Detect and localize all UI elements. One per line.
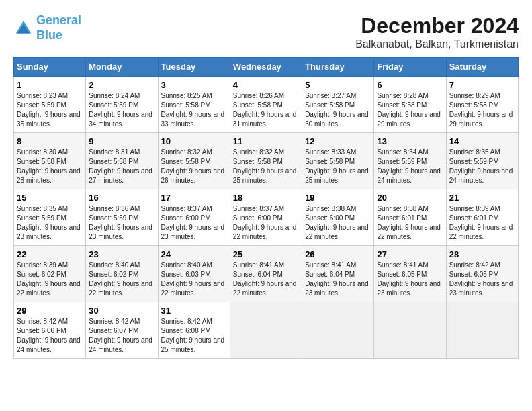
calendar-cell: 20 Sunrise: 8:38 AMSunset: 6:01 PMDaylig…: [374, 189, 446, 246]
calendar-cell: [302, 302, 374, 359]
calendar-header-row: SundayMondayTuesdayWednesdayThursdayFrid…: [14, 58, 519, 77]
subtitle: Balkanabat, Balkan, Turkmenistan: [355, 38, 519, 50]
day-info: Sunrise: 8:38 AMSunset: 6:01 PMDaylight:…: [377, 205, 441, 240]
day-info: Sunrise: 8:40 AMSunset: 6:03 PMDaylight:…: [161, 261, 225, 297]
header-day-monday: Monday: [86, 58, 158, 77]
day-number: 7: [449, 80, 515, 90]
day-info: Sunrise: 8:41 AMSunset: 6:04 PMDaylight:…: [233, 261, 297, 297]
day-info: Sunrise: 8:25 AMSunset: 5:58 PMDaylight:…: [161, 92, 225, 128]
calendar-cell: 25 Sunrise: 8:41 AMSunset: 6:04 PMDaylig…: [230, 246, 302, 302]
header-day-sunday: Sunday: [14, 58, 86, 77]
day-info: Sunrise: 8:39 AMSunset: 6:02 PMDaylight:…: [17, 261, 81, 297]
day-info: Sunrise: 8:29 AMSunset: 5:58 PMDaylight:…: [449, 92, 513, 128]
day-info: Sunrise: 8:42 AMSunset: 6:08 PMDaylight:…: [161, 318, 225, 353]
day-number: 30: [89, 306, 154, 316]
header-day-saturday: Saturday: [446, 58, 518, 77]
day-number: 13: [377, 136, 443, 146]
day-number: 5: [305, 80, 371, 90]
day-number: 29: [17, 306, 83, 316]
calendar-cell: 18 Sunrise: 8:37 AMSunset: 6:00 PMDaylig…: [230, 189, 302, 246]
calendar-cell: 5 Sunrise: 8:27 AMSunset: 5:58 PMDayligh…: [302, 77, 374, 133]
calendar-cell: 6 Sunrise: 8:28 AMSunset: 5:58 PMDayligh…: [374, 77, 446, 133]
day-number: 28: [449, 249, 515, 259]
day-number: 18: [233, 193, 299, 203]
header-day-thursday: Thursday: [302, 58, 374, 77]
calendar-cell: [446, 302, 518, 359]
day-number: 8: [17, 136, 83, 146]
calendar-cell: 11 Sunrise: 8:32 AMSunset: 5:58 PMDaylig…: [230, 133, 302, 189]
header-day-tuesday: Tuesday: [158, 58, 230, 77]
day-info: Sunrise: 8:35 AMSunset: 5:59 PMDaylight:…: [17, 205, 81, 240]
day-number: 21: [449, 193, 515, 203]
calendar-cell: 13 Sunrise: 8:34 AMSunset: 5:59 PMDaylig…: [374, 133, 446, 189]
day-number: 23: [89, 249, 154, 259]
calendar-cell: 29 Sunrise: 8:42 AMSunset: 6:06 PMDaylig…: [14, 302, 86, 359]
calendar-cell: 12 Sunrise: 8:33 AMSunset: 5:58 PMDaylig…: [302, 133, 374, 189]
calendar-cell: 23 Sunrise: 8:40 AMSunset: 6:02 PMDaylig…: [86, 246, 158, 302]
logo-text: General Blue: [36, 13, 81, 42]
calendar-cell: 28 Sunrise: 8:42 AMSunset: 6:05 PMDaylig…: [446, 246, 518, 302]
day-number: 27: [377, 249, 443, 259]
calendar-cell: 17 Sunrise: 8:37 AMSunset: 6:00 PMDaylig…: [158, 189, 230, 246]
day-number: 17: [161, 193, 227, 203]
day-info: Sunrise: 8:39 AMSunset: 6:01 PMDaylight:…: [449, 205, 513, 240]
calendar-week-5: 29 Sunrise: 8:42 AMSunset: 6:06 PMDaylig…: [14, 302, 519, 359]
calendar-cell: 22 Sunrise: 8:39 AMSunset: 6:02 PMDaylig…: [14, 246, 86, 302]
calendar-cell: 7 Sunrise: 8:29 AMSunset: 5:58 PMDayligh…: [446, 77, 518, 133]
calendar-cell: [374, 302, 446, 359]
calendar-table: SundayMondayTuesdayWednesdayThursdayFrid…: [13, 57, 519, 359]
day-number: 25: [233, 249, 299, 259]
day-number: 10: [161, 136, 227, 146]
calendar-cell: [230, 302, 302, 359]
day-info: Sunrise: 8:32 AMSunset: 5:58 PMDaylight:…: [233, 148, 297, 184]
logo: General Blue: [13, 13, 81, 42]
calendar-cell: 10 Sunrise: 8:32 AMSunset: 5:58 PMDaylig…: [158, 133, 230, 189]
day-number: 24: [161, 249, 227, 259]
day-info: Sunrise: 8:23 AMSunset: 5:59 PMDaylight:…: [17, 92, 81, 128]
day-info: Sunrise: 8:41 AMSunset: 6:05 PMDaylight:…: [377, 261, 441, 297]
day-info: Sunrise: 8:33 AMSunset: 5:58 PMDaylight:…: [305, 148, 369, 184]
day-info: Sunrise: 8:40 AMSunset: 6:02 PMDaylight:…: [89, 261, 152, 297]
day-info: Sunrise: 8:38 AMSunset: 6:00 PMDaylight:…: [305, 205, 369, 240]
day-info: Sunrise: 8:36 AMSunset: 5:59 PMDaylight:…: [89, 205, 152, 240]
day-info: Sunrise: 8:42 AMSunset: 6:05 PMDaylight:…: [449, 261, 513, 297]
day-info: Sunrise: 8:30 AMSunset: 5:58 PMDaylight:…: [17, 148, 81, 184]
calendar-cell: 14 Sunrise: 8:35 AMSunset: 5:59 PMDaylig…: [446, 133, 518, 189]
calendar-cell: 31 Sunrise: 8:42 AMSunset: 6:08 PMDaylig…: [158, 302, 230, 359]
calendar-cell: 8 Sunrise: 8:30 AMSunset: 5:58 PMDayligh…: [14, 133, 86, 189]
day-info: Sunrise: 8:35 AMSunset: 5:59 PMDaylight:…: [449, 148, 513, 184]
day-number: 9: [89, 136, 154, 146]
calendar-cell: 24 Sunrise: 8:40 AMSunset: 6:03 PMDaylig…: [158, 246, 230, 302]
day-number: 6: [377, 80, 443, 90]
calendar-cell: 15 Sunrise: 8:35 AMSunset: 5:59 PMDaylig…: [14, 189, 86, 246]
calendar-week-1: 1 Sunrise: 8:23 AMSunset: 5:59 PMDayligh…: [14, 77, 519, 133]
day-number: 22: [17, 249, 83, 259]
calendar-cell: 3 Sunrise: 8:25 AMSunset: 5:58 PMDayligh…: [158, 77, 230, 133]
day-number: 4: [233, 80, 299, 90]
calendar-cell: 26 Sunrise: 8:41 AMSunset: 6:04 PMDaylig…: [302, 246, 374, 302]
day-info: Sunrise: 8:42 AMSunset: 6:06 PMDaylight:…: [17, 318, 81, 353]
day-number: 31: [161, 306, 227, 316]
day-number: 26: [305, 249, 371, 259]
day-number: 15: [17, 193, 83, 203]
day-number: 12: [305, 136, 371, 146]
calendar-cell: 19 Sunrise: 8:38 AMSunset: 6:00 PMDaylig…: [302, 189, 374, 246]
header-day-wednesday: Wednesday: [230, 58, 302, 77]
day-info: Sunrise: 8:42 AMSunset: 6:07 PMDaylight:…: [89, 318, 152, 353]
day-info: Sunrise: 8:28 AMSunset: 5:58 PMDaylight:…: [377, 92, 441, 128]
day-info: Sunrise: 8:27 AMSunset: 5:58 PMDaylight:…: [305, 92, 369, 128]
logo-icon: [13, 18, 34, 38]
calendar-cell: 16 Sunrise: 8:36 AMSunset: 5:59 PMDaylig…: [86, 189, 158, 246]
day-number: 19: [305, 193, 371, 203]
day-number: 3: [161, 80, 227, 90]
calendar-cell: 9 Sunrise: 8:31 AMSunset: 5:58 PMDayligh…: [86, 133, 158, 189]
calendar-cell: 4 Sunrise: 8:26 AMSunset: 5:58 PMDayligh…: [230, 77, 302, 133]
calendar-week-4: 22 Sunrise: 8:39 AMSunset: 6:02 PMDaylig…: [14, 246, 519, 302]
calendar-cell: 1 Sunrise: 8:23 AMSunset: 5:59 PMDayligh…: [14, 77, 86, 133]
day-number: 11: [233, 136, 299, 146]
day-info: Sunrise: 8:37 AMSunset: 6:00 PMDaylight:…: [161, 205, 225, 240]
day-number: 20: [377, 193, 443, 203]
day-info: Sunrise: 8:24 AMSunset: 5:59 PMDaylight:…: [89, 92, 152, 128]
day-number: 1: [17, 80, 83, 90]
calendar-week-3: 15 Sunrise: 8:35 AMSunset: 5:59 PMDaylig…: [14, 189, 519, 246]
